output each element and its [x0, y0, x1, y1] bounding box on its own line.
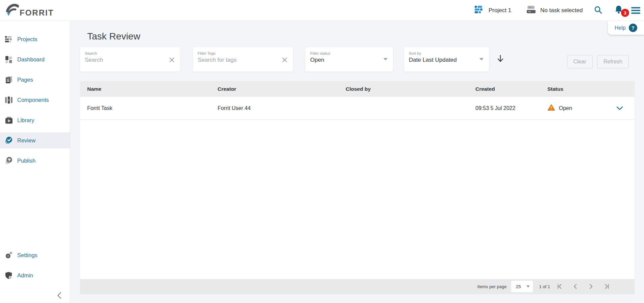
app-header: FORRIT Project 1 No task selected [0, 0, 644, 21]
column-header-created: Created [475, 86, 547, 92]
previous-page-button[interactable] [568, 280, 583, 293]
row-expand-button[interactable] [613, 106, 626, 110]
sort-by-select[interactable]: Sort by Date Last Updated [404, 47, 489, 72]
chevron-down-icon [526, 285, 530, 287]
page-range-label: 1 of 1 [539, 284, 550, 289]
status-filter-label: Filter status [310, 51, 388, 55]
tags-input[interactable] [198, 57, 278, 63]
project-switcher-label: Project 1 [489, 7, 511, 14]
sort-direction-button[interactable] [496, 47, 504, 72]
warning-triangle-icon [547, 104, 555, 112]
next-page-button[interactable] [583, 280, 599, 293]
projects-icon [5, 36, 13, 43]
filter-bar: Search Filter Tags Filter status Open [80, 47, 635, 72]
sidebar-item-admin[interactable]: Admin [0, 267, 70, 283]
search-button[interactable] [594, 0, 602, 21]
search-filter-label: Search [85, 51, 175, 55]
sort-by-value: Date Last Updated [409, 57, 457, 63]
forrit-logo-icon [5, 3, 19, 18]
status-filter-value: Open [310, 57, 324, 63]
settings-gear-icon [5, 251, 13, 259]
forrit-logo-text: FORRIT [20, 9, 54, 18]
tags-filter-field: Filter Tags [193, 47, 293, 72]
sidebar-item-publish[interactable]: Publish [0, 153, 70, 169]
menu-button[interactable] [631, 0, 640, 21]
dashboard-icon [5, 56, 13, 63]
task-stack-icon [526, 6, 536, 15]
tasks-table: Name Creator Closed by Created Status Fo… [80, 81, 635, 294]
sidebar-item-dashboard[interactable]: Dashboard [0, 51, 70, 67]
question-mark-icon: ? [629, 24, 637, 32]
cell-creator: Forrit User 44 [218, 105, 346, 111]
page-title: Task Review [87, 31, 140, 42]
sidebar-item-label: Projects [17, 36, 38, 43]
pagination-bar: Items per page 25 1 of 1 [80, 279, 635, 294]
tags-filter-label: Filter Tags [198, 51, 288, 55]
cell-status: Open [547, 104, 613, 112]
task-selector-label: No task selected [540, 7, 583, 14]
chevron-down-icon [383, 58, 388, 60]
forrit-logo: FORRIT [5, 3, 54, 18]
project-switcher[interactable]: Project 1 [475, 0, 511, 21]
sidebar-item-label: Publish [17, 158, 35, 164]
sidebar-item-label: Review [17, 137, 35, 144]
sidebar: Projects Dashboard [0, 21, 70, 303]
column-header-creator: Creator [218, 86, 346, 92]
status-filter-select[interactable]: Filter status Open [305, 47, 393, 72]
column-header-name: Name [87, 86, 218, 92]
pages-icon [5, 76, 13, 83]
cell-name: Forrit Task [87, 105, 218, 111]
column-header-closed-by: Closed by [346, 86, 475, 92]
review-check-icon [5, 136, 13, 144]
status-badge: Open [559, 105, 572, 111]
refresh-button[interactable]: Refresh [597, 55, 629, 68]
search-filter-field: Search [80, 47, 180, 72]
hamburger-icon [631, 7, 640, 14]
sidebar-item-components[interactable]: Components [0, 92, 70, 108]
components-icon [5, 97, 13, 104]
library-icon [5, 117, 13, 124]
admin-shield-icon [5, 272, 13, 279]
sidebar-item-label: Pages [17, 77, 33, 83]
column-header-status: Status [547, 86, 613, 92]
items-per-page-value: 25 [516, 284, 521, 289]
publish-upload-icon [5, 157, 13, 165]
help-button[interactable]: Help ? [608, 21, 644, 35]
clear-tags-icon[interactable] [281, 56, 289, 65]
first-page-button[interactable] [552, 280, 568, 293]
sidebar-collapse-button[interactable] [57, 292, 62, 299]
sidebar-item-label: Components [17, 97, 49, 103]
sort-by-label: Sort by [409, 51, 484, 55]
table-empty-space [80, 120, 635, 279]
sidebar-item-label: Dashboard [17, 56, 45, 63]
arrow-down-icon [496, 54, 504, 64]
search-icon [594, 6, 602, 16]
chevron-down-icon [479, 58, 484, 60]
sidebar-item-review[interactable]: Review [0, 132, 70, 148]
last-page-button[interactable] [599, 280, 614, 293]
notifications-count-badge: 3 [621, 9, 629, 17]
sidebar-item-label: Admin [17, 272, 33, 279]
sidebar-item-pages[interactable]: Pages [0, 72, 70, 88]
table-header-row: Name Creator Closed by Created Status [80, 81, 635, 97]
sidebar-item-label: Library [17, 117, 34, 123]
help-label: Help [615, 25, 626, 31]
search-input[interactable] [85, 57, 165, 63]
items-per-page-select[interactable]: 25 [511, 281, 533, 292]
clear-search-icon[interactable] [168, 56, 176, 65]
main-content: Task Review Search Filter Tags [71, 21, 644, 303]
task-selector[interactable]: No task selected [526, 0, 583, 21]
sidebar-item-projects[interactable]: Projects [0, 31, 70, 47]
project-grid-icon [475, 6, 484, 15]
table-row[interactable]: Forrit Task Forrit User 44 09:53 5 Jul 2… [80, 97, 635, 120]
sidebar-item-settings[interactable]: Settings [0, 247, 70, 263]
sidebar-item-library[interactable]: Library [0, 112, 70, 128]
sidebar-item-label: Settings [17, 252, 38, 258]
items-per-page-label: Items per page [477, 284, 507, 289]
clear-button[interactable]: Clear [567, 55, 593, 68]
notifications-button[interactable]: 3 [614, 0, 623, 21]
cell-created: 09:53 5 Jul 2022 [475, 105, 547, 111]
